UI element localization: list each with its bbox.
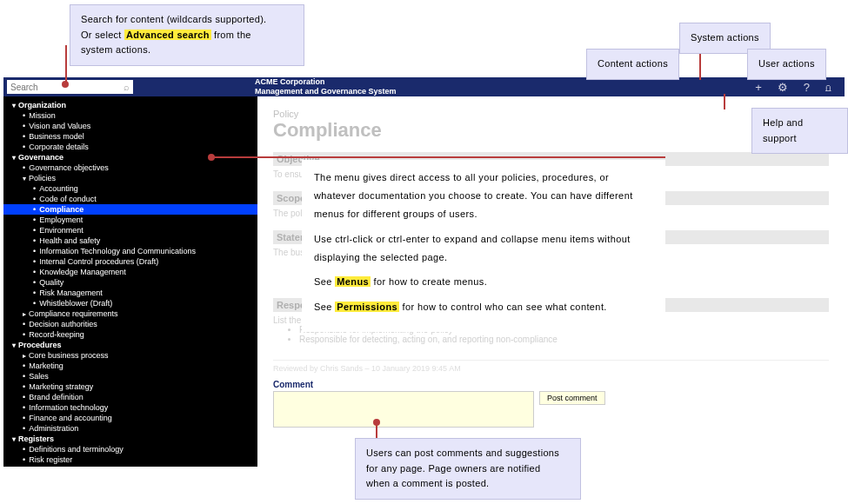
sidebar-item[interactable]: Core business process bbox=[3, 350, 257, 361]
sidebar-item[interactable]: Environment bbox=[3, 225, 257, 235]
sidebar-item[interactable]: Quality bbox=[3, 277, 257, 288]
sidebar-item[interactable]: Decision authorities bbox=[3, 319, 257, 329]
plus-icon[interactable]: + bbox=[755, 81, 762, 94]
sidebar-item[interactable]: Brand definition bbox=[3, 392, 257, 402]
sidebar-item[interactable]: Knowledge Management bbox=[3, 267, 257, 277]
sidebar-item[interactable]: Governance objectives bbox=[3, 162, 257, 173]
sidebar-item[interactable]: Marketing strategy bbox=[3, 381, 257, 392]
sidebar-item[interactable]: Organization bbox=[3, 100, 257, 110]
sidebar-item[interactable]: Finance and accounting bbox=[3, 413, 257, 423]
header-bar: ⌕ ACME Corporation Management and Govern… bbox=[3, 77, 845, 96]
header-title: ACME Corporation Management and Governan… bbox=[255, 77, 397, 96]
sidebar-item[interactable]: Information technology bbox=[3, 402, 257, 413]
sidebar-item[interactable]: Health and safety bbox=[3, 235, 257, 246]
callout-dot bbox=[62, 81, 69, 88]
sidebar-item[interactable]: Corporate details bbox=[3, 142, 257, 152]
gear-icon[interactable]: ⚙ bbox=[778, 81, 788, 94]
menu-overlay: The menu gives direct access to all your… bbox=[302, 160, 665, 332]
callout-line bbox=[211, 156, 665, 158]
sidebar-item[interactable]: Compliance requirements bbox=[3, 308, 257, 319]
sidebar-item[interactable]: Code of conduct bbox=[3, 194, 257, 204]
sidebar-item[interactable]: Suppliers bbox=[3, 465, 257, 467]
sidebar-item[interactable]: Vision and Values bbox=[3, 121, 257, 131]
callout-user-actions: User actions bbox=[747, 49, 826, 80]
sidebar-nav: OrganizationMissionVision and ValuesBusi… bbox=[3, 96, 257, 467]
sidebar-item[interactable]: Registers bbox=[3, 434, 257, 444]
sidebar-item[interactable]: Internal Control procedures (Draft) bbox=[3, 256, 257, 267]
sidebar-item[interactable]: Administration bbox=[3, 423, 257, 434]
page-title: Compliance bbox=[273, 119, 829, 142]
sidebar-item[interactable]: Whistleblower (Draft) bbox=[3, 298, 257, 308]
sidebar-item[interactable]: Accounting bbox=[3, 183, 257, 194]
page-type: Policy bbox=[273, 109, 829, 119]
sidebar-item[interactable]: Record-keeping bbox=[3, 329, 257, 340]
help-icon[interactable]: ? bbox=[804, 81, 810, 94]
callout-dot bbox=[208, 154, 215, 161]
callout-comment: Users can post comments and suggestions … bbox=[355, 438, 581, 500]
post-comment-button[interactable]: Post comment bbox=[539, 391, 605, 405]
sidebar-item[interactable]: Mission bbox=[3, 110, 257, 121]
user-icon[interactable]: ⩍ bbox=[825, 81, 831, 94]
callout-help: Help and support bbox=[751, 108, 848, 154]
search-icon[interactable]: ⌕ bbox=[124, 82, 130, 92]
comment-textarea[interactable] bbox=[273, 391, 534, 428]
sidebar-item[interactable]: Sales bbox=[3, 371, 257, 381]
sidebar-item[interactable]: Risk register bbox=[3, 454, 257, 465]
sidebar-item[interactable]: Marketing bbox=[3, 361, 257, 371]
callout-line bbox=[65, 45, 67, 83]
sidebar-item[interactable]: Employment bbox=[3, 215, 257, 225]
sidebar-item[interactable]: Information Technology and Communication… bbox=[3, 246, 257, 256]
sidebar-item[interactable]: Risk Management bbox=[3, 288, 257, 298]
reviewed-by: Reviewed by Chris Sands – 10 January 201… bbox=[273, 360, 829, 373]
comment-label: Comment bbox=[273, 380, 829, 389]
callout-line bbox=[724, 94, 725, 109]
sidebar-item[interactable]: Compliance bbox=[3, 204, 257, 215]
callout-dot bbox=[373, 419, 380, 426]
callout-content-actions: Content actions bbox=[586, 49, 679, 80]
callout-search: Search for content (wildcards supported)… bbox=[70, 4, 304, 66]
sidebar-item[interactable]: Business model bbox=[3, 131, 257, 142]
sidebar-item[interactable]: Policies bbox=[3, 173, 257, 183]
sidebar-item[interactable]: Definitions and terminology bbox=[3, 444, 257, 454]
sidebar-item[interactable]: Procedures bbox=[3, 340, 257, 350]
search-box[interactable]: ⌕ bbox=[7, 80, 133, 94]
